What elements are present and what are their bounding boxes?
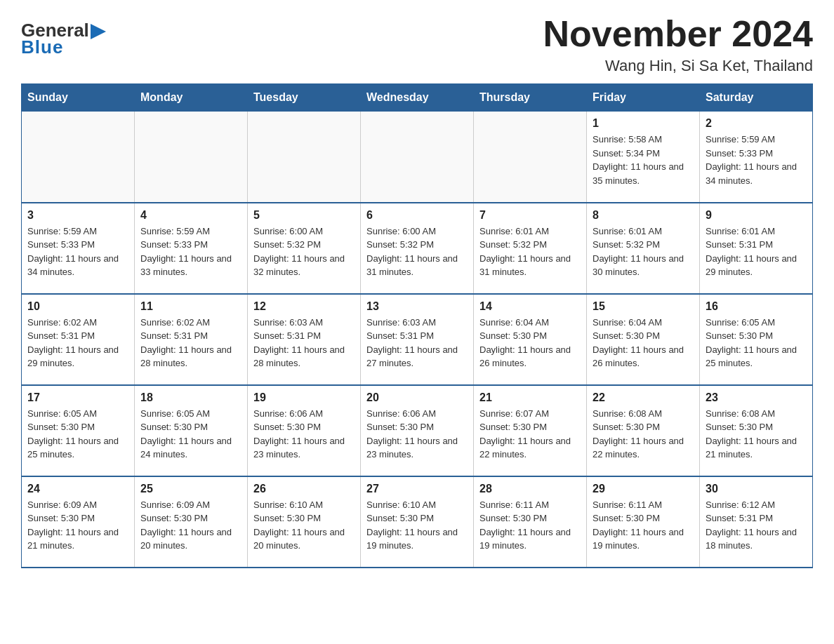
day-cell: 18Sunrise: 6:05 AM Sunset: 5:30 PM Dayli… [135,385,248,476]
day-cell: 3Sunrise: 5:59 AM Sunset: 5:33 PM Daylig… [22,203,135,294]
day-cell [361,112,474,203]
page-header: General Blue November 2024 Wang Hin, Si … [21,14,813,75]
page-subtitle: Wang Hin, Si Sa Ket, Thailand [543,57,813,75]
day-info: Sunrise: 6:08 AM Sunset: 5:30 PM Dayligh… [706,407,807,462]
week-row-3: 10Sunrise: 6:02 AM Sunset: 5:31 PM Dayli… [22,294,813,385]
day-info: Sunrise: 6:09 AM Sunset: 5:30 PM Dayligh… [27,498,128,553]
day-number: 9 [706,209,807,222]
col-header-monday: Monday [135,84,248,112]
col-header-wednesday: Wednesday [361,84,474,112]
day-info: Sunrise: 6:01 AM Sunset: 5:31 PM Dayligh… [706,224,807,279]
day-cell: 13Sunrise: 6:03 AM Sunset: 5:31 PM Dayli… [361,294,474,385]
day-number: 25 [140,483,241,495]
day-number: 13 [366,300,468,313]
day-number: 4 [140,209,241,222]
day-cell [135,112,248,203]
day-number: 12 [253,300,355,313]
day-number: 28 [479,483,581,495]
day-info: Sunrise: 6:06 AM Sunset: 5:30 PM Dayligh… [253,407,355,462]
day-info: Sunrise: 5:59 AM Sunset: 5:33 PM Dayligh… [140,224,241,279]
day-info: Sunrise: 6:11 AM Sunset: 5:30 PM Dayligh… [479,498,581,553]
day-info: Sunrise: 6:10 AM Sunset: 5:30 PM Dayligh… [253,498,355,553]
day-cell: 8Sunrise: 6:01 AM Sunset: 5:32 PM Daylig… [587,203,700,294]
day-number: 26 [253,483,355,495]
day-number: 30 [706,483,807,495]
day-info: Sunrise: 6:10 AM Sunset: 5:30 PM Dayligh… [366,498,468,553]
day-cell: 5Sunrise: 6:00 AM Sunset: 5:32 PM Daylig… [248,203,361,294]
day-cell: 7Sunrise: 6:01 AM Sunset: 5:32 PM Daylig… [474,203,587,294]
day-info: Sunrise: 5:59 AM Sunset: 5:33 PM Dayligh… [27,224,128,279]
col-header-thursday: Thursday [474,84,587,112]
day-cell [474,112,587,203]
day-number: 23 [706,391,807,404]
day-info: Sunrise: 6:06 AM Sunset: 5:30 PM Dayligh… [366,407,468,462]
day-number: 14 [479,300,581,313]
day-info: Sunrise: 6:04 AM Sunset: 5:30 PM Dayligh… [593,316,694,370]
day-info: Sunrise: 6:02 AM Sunset: 5:31 PM Dayligh… [27,316,128,370]
day-cell [22,112,135,203]
day-cell: 30Sunrise: 6:12 AM Sunset: 5:31 PM Dayli… [700,476,813,568]
day-info: Sunrise: 6:03 AM Sunset: 5:31 PM Dayligh… [253,316,355,370]
day-info: Sunrise: 6:04 AM Sunset: 5:30 PM Dayligh… [479,316,581,370]
day-info: Sunrise: 6:05 AM Sunset: 5:30 PM Dayligh… [27,407,128,462]
day-info: Sunrise: 6:09 AM Sunset: 5:30 PM Dayligh… [140,498,241,553]
day-info: Sunrise: 6:12 AM Sunset: 5:31 PM Dayligh… [706,498,807,553]
day-info: Sunrise: 6:01 AM Sunset: 5:32 PM Dayligh… [479,224,581,279]
day-number: 24 [27,483,128,495]
logo: General Blue [21,21,106,58]
title-block: November 2024 Wang Hin, Si Sa Ket, Thail… [543,14,813,75]
day-cell: 16Sunrise: 6:05 AM Sunset: 5:30 PM Dayli… [700,294,813,385]
day-number: 16 [706,300,807,313]
day-cell: 14Sunrise: 6:04 AM Sunset: 5:30 PM Dayli… [474,294,587,385]
day-info: Sunrise: 6:00 AM Sunset: 5:32 PM Dayligh… [253,224,355,279]
col-header-tuesday: Tuesday [248,84,361,112]
day-number: 15 [593,300,694,313]
col-header-saturday: Saturday [700,84,813,112]
week-row-4: 17Sunrise: 6:05 AM Sunset: 5:30 PM Dayli… [22,385,813,476]
day-number: 17 [27,391,128,404]
calendar-table: SundayMondayTuesdayWednesdayThursdayFrid… [21,83,813,568]
day-info: Sunrise: 5:59 AM Sunset: 5:33 PM Dayligh… [706,133,807,187]
day-cell: 24Sunrise: 6:09 AM Sunset: 5:30 PM Dayli… [22,476,135,568]
day-cell: 6Sunrise: 6:00 AM Sunset: 5:32 PM Daylig… [361,203,474,294]
day-number: 5 [253,209,355,222]
day-cell: 10Sunrise: 6:02 AM Sunset: 5:31 PM Dayli… [22,294,135,385]
day-number: 3 [27,209,128,222]
day-cell: 20Sunrise: 6:06 AM Sunset: 5:30 PM Dayli… [361,385,474,476]
day-cell [248,112,361,203]
day-cell: 21Sunrise: 6:07 AM Sunset: 5:30 PM Dayli… [474,385,587,476]
day-info: Sunrise: 6:08 AM Sunset: 5:30 PM Dayligh… [593,407,694,462]
day-info: Sunrise: 6:03 AM Sunset: 5:31 PM Dayligh… [366,316,468,370]
day-number: 29 [593,483,694,495]
week-row-1: 1Sunrise: 5:58 AM Sunset: 5:34 PM Daylig… [22,112,813,203]
day-number: 20 [366,391,468,404]
day-number: 8 [593,209,694,222]
col-header-sunday: Sunday [22,84,135,112]
day-cell: 12Sunrise: 6:03 AM Sunset: 5:31 PM Dayli… [248,294,361,385]
day-number: 7 [479,209,581,222]
day-number: 27 [366,483,468,495]
day-cell: 22Sunrise: 6:08 AM Sunset: 5:30 PM Dayli… [587,385,700,476]
day-number: 18 [140,391,241,404]
day-cell: 17Sunrise: 6:05 AM Sunset: 5:30 PM Dayli… [22,385,135,476]
day-cell: 11Sunrise: 6:02 AM Sunset: 5:31 PM Dayli… [135,294,248,385]
logo-triangle-icon [91,24,106,39]
day-info: Sunrise: 6:07 AM Sunset: 5:30 PM Dayligh… [479,407,581,462]
day-cell: 4Sunrise: 5:59 AM Sunset: 5:33 PM Daylig… [135,203,248,294]
day-number: 10 [27,300,128,313]
day-cell: 2Sunrise: 5:59 AM Sunset: 5:33 PM Daylig… [700,112,813,203]
page-title: November 2024 [543,14,813,54]
day-cell: 19Sunrise: 6:06 AM Sunset: 5:30 PM Dayli… [248,385,361,476]
day-info: Sunrise: 6:05 AM Sunset: 5:30 PM Dayligh… [140,407,241,462]
day-cell: 29Sunrise: 6:11 AM Sunset: 5:30 PM Dayli… [587,476,700,568]
day-cell: 28Sunrise: 6:11 AM Sunset: 5:30 PM Dayli… [474,476,587,568]
day-cell: 26Sunrise: 6:10 AM Sunset: 5:30 PM Dayli… [248,476,361,568]
day-info: Sunrise: 6:11 AM Sunset: 5:30 PM Dayligh… [593,498,694,553]
day-number: 2 [706,117,807,130]
day-cell: 9Sunrise: 6:01 AM Sunset: 5:31 PM Daylig… [700,203,813,294]
day-number: 11 [140,300,241,313]
day-cell: 15Sunrise: 6:04 AM Sunset: 5:30 PM Dayli… [587,294,700,385]
day-cell: 25Sunrise: 6:09 AM Sunset: 5:30 PM Dayli… [135,476,248,568]
day-info: Sunrise: 5:58 AM Sunset: 5:34 PM Dayligh… [593,133,694,187]
calendar-header-row: SundayMondayTuesdayWednesdayThursdayFrid… [22,84,813,112]
